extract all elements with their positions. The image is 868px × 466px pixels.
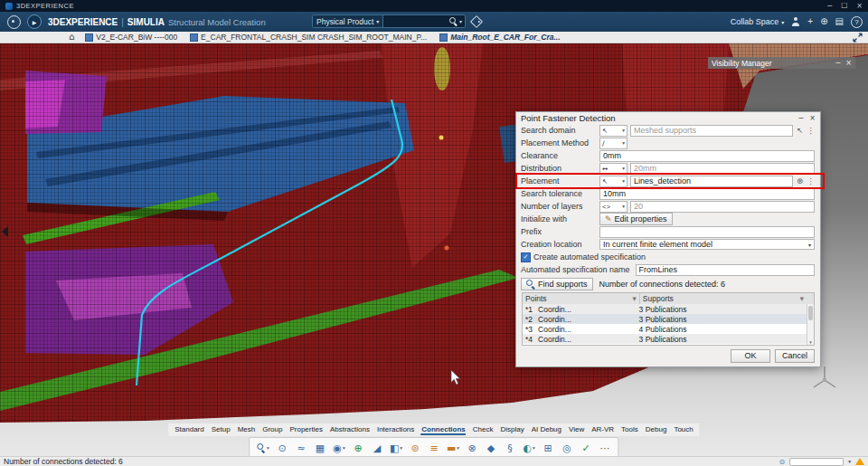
filter-icon[interactable]: ▼ [633, 296, 637, 301]
table-row[interactable]: *4Coordin...3 Publications [523, 334, 807, 344]
ribbon-tab-standard[interactable]: Standard [174, 424, 204, 435]
ribbon-tab-properties[interactable]: Properties [288, 424, 323, 435]
filter-icon[interactable]: ▼ [800, 296, 804, 301]
apps-icon[interactable]: ▤ [835, 12, 844, 32]
placement-combo[interactable]: ↖ ▾ [599, 176, 627, 187]
status-quick-field[interactable] [789, 458, 844, 466]
visibility-close-button[interactable]: × [845, 59, 852, 67]
tie-icon[interactable]: ⊞ [539, 440, 556, 456]
table-row[interactable]: *3Coordin...4 Publications [523, 324, 807, 334]
scroll-down-icon[interactable]: ▾ [807, 339, 814, 345]
number-of-layers-combo[interactable]: <> ▾ [599, 201, 627, 213]
search-tolerance-field[interactable]: 10mm [599, 188, 815, 200]
column-header-points[interactable]: Points ▼ [523, 293, 639, 304]
fastener-review-icon[interactable]: ◉▾ [330, 440, 347, 456]
close-button[interactable]: × [856, 0, 863, 12]
ribbon-tab-interactions[interactable]: Interactions [376, 424, 415, 435]
compass-icon[interactable] [7, 15, 21, 29]
placement-settings-icon[interactable]: ⊛ [796, 176, 804, 185]
share-icon[interactable]: ⊕ [820, 12, 827, 32]
coupling-icon[interactable]: ◎ [558, 440, 575, 456]
global-search[interactable]: Physical Product ▾ ▾ [312, 14, 466, 28]
search-context-chip[interactable]: Physical Product ▾ [313, 15, 383, 27]
visibility-manager-bar[interactable]: Visibility Manager ─ × [708, 57, 855, 69]
expand-viewport-icon[interactable] [853, 33, 863, 43]
dialog-title-bar[interactable]: Point Fastener Detection ─ × [516, 112, 820, 124]
auto-spec-checkbox[interactable]: ✓ [521, 252, 531, 262]
ribbon-tab-touch[interactable]: Touch [673, 424, 693, 435]
ribbon-tab-check[interactable]: Check [472, 424, 495, 435]
seam-weld-icon[interactable]: ≡ [425, 440, 442, 456]
ribbon-tab-abstractions[interactable]: Abstractions [329, 424, 371, 435]
spot-weld-icon[interactable]: ⊚ [406, 440, 423, 456]
number-of-layers-field[interactable]: 20 [630, 201, 815, 213]
collab-space-menu[interactable]: Collab Space ▾ [731, 17, 785, 26]
ribbon-tab-setup[interactable]: Setup [211, 424, 231, 435]
document-tab[interactable]: Main_Root_E_CAR_For_Cra... [439, 33, 560, 42]
search-domain-field[interactable]: Meshed supports [630, 125, 793, 137]
search-input[interactable] [383, 15, 449, 27]
ribbon-tab-connections[interactable]: Connections [420, 424, 466, 435]
maximize-button[interactable]: ☐ [841, 0, 847, 12]
help-icon[interactable]: ? [851, 16, 863, 28]
fastener-point-orange[interactable] [445, 246, 449, 251]
point-fastener-icon[interactable]: ⊙ [273, 440, 290, 456]
more-options-icon[interactable]: ⋮ [807, 176, 815, 185]
home-icon[interactable]: ⌂ [69, 32, 74, 43]
placement-method-combo[interactable]: ∕ ▾ [599, 138, 627, 149]
results-scrollbar[interactable]: ▾ [807, 304, 814, 345]
spring-connection-icon[interactable]: § [501, 440, 518, 456]
visibility-minimize-button[interactable]: ─ [835, 59, 840, 67]
prefix-field[interactable] [599, 226, 815, 238]
add-content-icon[interactable]: + [807, 12, 813, 32]
ribbon-tab-ai-debug[interactable]: AI Debug [531, 424, 562, 435]
more-tools-icon[interactable]: ⋯ [596, 440, 613, 456]
table-row[interactable]: *1Coordin...3 Publications [523, 304, 807, 314]
cancel-button[interactable]: Cancel [775, 349, 815, 363]
ribbon-tab-group[interactable]: Group [261, 424, 283, 435]
distribution-combo[interactable]: ↔ ▾ [599, 163, 627, 175]
contact-icon[interactable]: ◐▾ [520, 440, 537, 456]
ribbon-tab-tools[interactable]: Tools [620, 424, 639, 435]
pick-in-3d-icon[interactable]: ↖ [796, 126, 804, 135]
ribbon-tab-debug[interactable]: Debug [645, 424, 668, 435]
surface-fastener-icon[interactable]: ▦ [311, 440, 328, 456]
ribbon-tab-mesh[interactable]: Mesh [237, 424, 257, 435]
connection-surface-icon[interactable]: ◧▾ [387, 440, 404, 456]
auto-spec-name-field[interactable]: FromLines [636, 264, 815, 276]
scrollbar-thumb[interactable] [808, 306, 813, 320]
search-domain-combo[interactable]: ↖ ▾ [599, 125, 627, 137]
search-tools-icon[interactable]: ▾ [254, 440, 271, 456]
fastener-point-yellow[interactable] [439, 136, 444, 140]
chevron-down-icon[interactable]: ▾ [848, 459, 851, 464]
ok-button[interactable]: OK [731, 349, 770, 363]
ribbon-tab-view[interactable]: View [568, 424, 585, 435]
connection-line-icon[interactable]: ◢ [368, 440, 385, 456]
search-caret-icon[interactable]: ▾ [459, 18, 462, 24]
document-tab[interactable]: E_CAR_FRONTAL_CRASH_SIM CRASH_SIM_ROOT_M… [190, 33, 427, 42]
check-connections-icon[interactable]: ✓ [577, 440, 594, 456]
adhesive-icon[interactable]: ▬▾ [444, 440, 461, 456]
dialog-close-button[interactable]: × [809, 114, 816, 122]
status-tool-icon[interactable]: ⊙ [779, 458, 786, 466]
rigid-connection-icon[interactable]: ◆ [482, 440, 499, 456]
warning-icon[interactable] [855, 458, 864, 465]
more-options-icon[interactable]: ⋮ [807, 126, 815, 135]
ribbon-tab-ar-vr[interactable]: AR-VR [590, 424, 615, 435]
creation-location-select[interactable]: In current finite element model ▾ [599, 239, 815, 250]
minimize-button[interactable]: ─ [827, 0, 832, 12]
play-button[interactable]: ▶ [27, 14, 42, 29]
document-tab[interactable]: V2_E-CAR_BiW ----000 [85, 33, 177, 42]
bolt-icon[interactable]: ⊗ [463, 440, 480, 456]
connection-point-icon[interactable]: ⊕ [349, 440, 366, 456]
clearance-field[interactable]: 0mm [599, 150, 815, 162]
find-supports-button[interactable]: Find supports [521, 278, 593, 290]
add-user-icon[interactable] [791, 17, 800, 26]
dialog-minimize-button[interactable]: ─ [798, 114, 803, 122]
table-row[interactable]: *2Coordin...3 Publications [523, 314, 807, 324]
placement-field[interactable]: Lines_detection [630, 176, 793, 187]
ribbon-tab-display[interactable]: Display [499, 424, 524, 435]
distribution-field[interactable]: 20mm [630, 163, 815, 175]
edit-properties-button[interactable]: ✎ Edit properties [599, 213, 673, 225]
search-icon[interactable] [449, 17, 458, 26]
